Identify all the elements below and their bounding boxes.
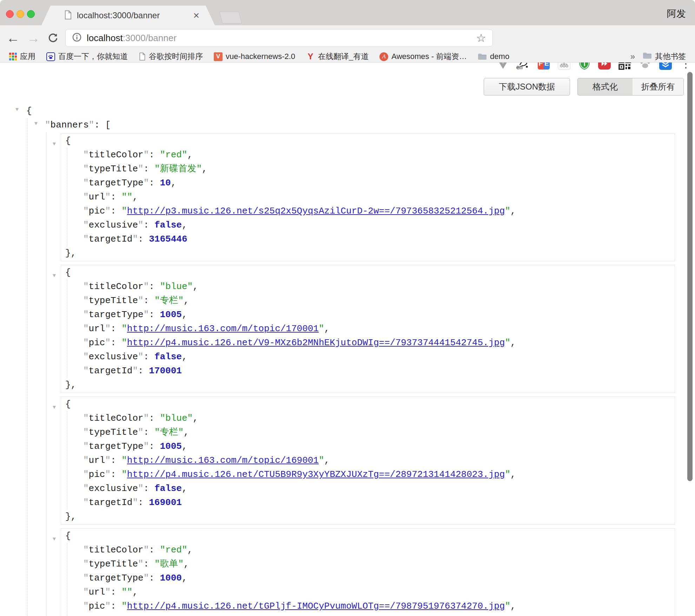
json-kv-line: "targetType": 1005,	[83, 439, 675, 453]
bookmark-label: demo	[490, 52, 509, 61]
json-close-line: },	[61, 246, 675, 260]
new-tab-button[interactable]	[219, 12, 242, 24]
json-kv-line: "exclusive": false,	[83, 613, 675, 616]
json-root-line: ▼{	[14, 104, 691, 118]
banner-object: ▼{"titleColor": "red","typeTitle": "新碟首发…	[61, 133, 675, 261]
vue-v-icon: V	[214, 52, 223, 61]
json-url-link[interactable]: http://music.163.com/m/topic/169001	[127, 455, 319, 466]
awesomes-icon: A	[379, 52, 388, 61]
json-kv-line: "pic": "http://p4.music.126.net/tGPljf-I…	[83, 599, 675, 613]
json-kv-line: "targetId": 169001	[83, 496, 675, 510]
collapse-icon[interactable]: ▼	[34, 117, 42, 131]
minimize-window-button[interactable]	[16, 10, 24, 18]
bookmark-label: 应用	[20, 51, 35, 62]
titlebar: localhost:3000/banner × 阿发	[0, 0, 695, 26]
download-json-button[interactable]: 下载JSON数据	[484, 78, 570, 96]
bookmark-label: 百度一下，你就知道	[58, 51, 128, 62]
collapse-icon[interactable]: ▼	[53, 137, 60, 151]
url-host: localhost	[87, 33, 123, 44]
bookmark-star-icon[interactable]: ☆	[476, 32, 486, 44]
json-kv-line: "titleColor": "red",	[83, 543, 675, 557]
scrollbar-thumb[interactable]	[687, 72, 693, 481]
folder-icon	[478, 53, 487, 60]
json-kv-line: "url": "",	[83, 190, 675, 204]
bookmark-item[interactable]: AAwesomes - 前端资…	[379, 51, 467, 62]
bookmarks-bar: 应用百度一下，你就知道谷歌按时间排序Vvue-hackernews-2.0Y在线…	[0, 51, 695, 63]
json-url-link[interactable]: http://p4.music.126.net/tGPljf-IMOCyPvum…	[127, 601, 505, 611]
bookmark-label: vue-hackernews-2.0	[226, 52, 295, 61]
page-favicon-icon	[64, 10, 72, 21]
profile-name[interactable]: 阿发	[667, 7, 686, 20]
other-bookmarks-folder[interactable]: 其他书签	[643, 51, 686, 62]
tab-close-icon[interactable]: ×	[193, 10, 199, 21]
folder-icon	[643, 52, 652, 61]
json-open-line: ▼{	[61, 529, 675, 543]
json-kv-line: "exclusive": false,	[83, 350, 675, 364]
collapse-icon[interactable]: ▼	[53, 269, 60, 283]
json-kv-line: "pic": "http://p4.music.126.net/V9-MXz6b…	[83, 336, 675, 350]
json-kv-line: "targetId": 170001	[83, 364, 675, 378]
baidu-paw-icon	[46, 52, 55, 61]
maximize-window-button[interactable]	[27, 10, 35, 18]
json-close-line: },	[61, 378, 675, 392]
back-button[interactable]: ←	[4, 25, 22, 51]
toolbar: ← → localhost :3000/banner ☆ 英enFET⋮	[0, 25, 695, 51]
banner-fields: "titleColor": "blue","typeTitle": "专栏","…	[67, 280, 675, 378]
apps-grid-icon	[9, 53, 17, 60]
refresh-button[interactable]	[44, 25, 62, 51]
json-kv-line: "pic": "http://p4.music.126.net/CTU5B9R9…	[83, 467, 675, 481]
bookmarks-overflow-chevron[interactable]: »	[630, 52, 635, 61]
banner-fields: "titleColor": "red","typeTitle": "歌单","t…	[67, 543, 675, 616]
bookmark-item[interactable]: 百度一下，你就知道	[46, 51, 128, 62]
json-kv-line: "url": "",	[83, 585, 675, 599]
json-kv-line: "typeTitle": "专栏",	[83, 425, 675, 439]
bookmark-item[interactable]: demo	[478, 52, 509, 61]
json-url-link[interactable]: http://p3.music.126.net/s25q2x5QyqsAzilC…	[127, 206, 505, 216]
json-kv-line: "typeTitle": "歌单",	[83, 557, 675, 571]
json-kv-line: "exclusive": false,	[83, 481, 675, 496]
json-url-link[interactable]: http://p4.music.126.net/V9-MXz6b2MNhEKju…	[127, 338, 505, 348]
collapse-icon[interactable]: ▼	[53, 401, 60, 415]
collapse-all-button[interactable]: 折叠所有	[633, 78, 684, 96]
banner-fields: "titleColor": "red","typeTitle": "新碟首发",…	[67, 148, 675, 246]
json-kv-line: "exclusive": false,	[83, 218, 675, 232]
other-bookmarks-label: 其他书签	[655, 51, 686, 62]
close-window-button[interactable]	[6, 10, 14, 18]
page-icon	[139, 52, 146, 61]
json-kv-line: "typeTitle": "专栏",	[83, 294, 675, 308]
json-close-line: },	[61, 510, 675, 524]
collapse-icon[interactable]: ▼	[53, 532, 60, 546]
json-url-link[interactable]: http://music.163.com/m/topic/170001	[127, 323, 319, 334]
json-open-line: ▼{	[61, 397, 675, 411]
banner-object: ▼{"titleColor": "red","typeTitle": "歌单",…	[61, 528, 675, 616]
info-icon[interactable]	[72, 32, 82, 44]
address-bar[interactable]: localhost :3000/banner ☆	[65, 29, 493, 47]
indent-guide	[27, 119, 27, 616]
json-kv-line: "targetType": 1000,	[83, 571, 675, 585]
bookmark-item[interactable]: 应用	[9, 51, 35, 62]
json-url-link[interactable]: http://p4.music.126.net/CTU5B9R9y3XyYBZX…	[127, 469, 505, 480]
json-kv-line: "targetType": 10,	[83, 176, 675, 190]
bookmark-item[interactable]: 谷歌按时间排序	[139, 51, 203, 62]
url-path: :3000/banner	[123, 33, 177, 44]
format-button[interactable]: 格式化	[577, 78, 633, 96]
json-open-line: ▼{	[61, 266, 675, 280]
bookmark-item[interactable]: Y在线翻译_有道	[306, 51, 369, 62]
json-kv-line: "pic": "http://p3.music.126.net/s25q2x5Q…	[83, 204, 675, 218]
banner-object: ▼{"titleColor": "blue","typeTitle": "专栏"…	[61, 397, 675, 525]
json-kv-line: "titleColor": "blue",	[83, 411, 675, 425]
collapse-icon[interactable]: ▼	[15, 103, 23, 117]
banner-object: ▼{"titleColor": "blue","typeTitle": "专栏"…	[61, 265, 675, 393]
json-kv-line: "url": "http://music.163.com/m/topic/170…	[83, 322, 675, 336]
bookmarks-right-group: » 其他书签	[630, 51, 686, 62]
json-open-line: ▼{	[61, 134, 675, 148]
forward-button[interactable]: →	[25, 25, 42, 51]
bookmark-item[interactable]: Vvue-hackernews-2.0	[214, 52, 295, 61]
json-viewer: ▼{ ▼"banners": [ ▼{"titleColor": "red","…	[14, 104, 691, 616]
json-array: ▼{"titleColor": "red","typeTitle": "新碟首发…	[61, 133, 675, 616]
json-kv-line: "targetId": 3165446	[83, 232, 675, 246]
banner-fields: "titleColor": "blue","typeTitle": "专栏","…	[67, 411, 675, 510]
browser-tab[interactable]: localhost:3000/banner ×	[41, 6, 215, 25]
youdao-icon: Y	[306, 52, 315, 61]
json-kv-line: "typeTitle": "新碟首发",	[83, 162, 675, 176]
